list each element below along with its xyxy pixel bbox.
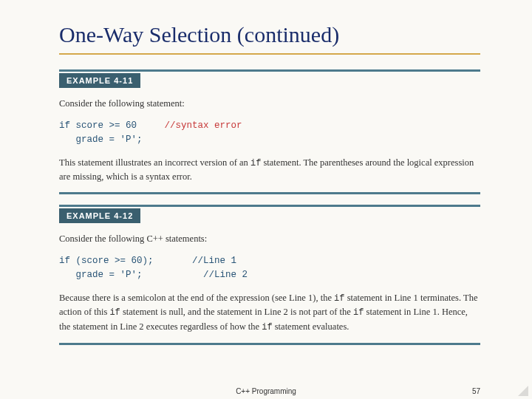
- page-corner-icon: [518, 386, 528, 396]
- inline-if: if: [353, 307, 364, 318]
- inline-if: if: [109, 307, 120, 318]
- footer-title: C++ Programming: [236, 387, 296, 395]
- example-4-11: EXAMPLE 4-11 Consider the following stat…: [59, 69, 480, 194]
- code-body: grade = 'P';: [59, 134, 143, 145]
- example-bottom-rule: [59, 343, 480, 345]
- code-cond: (score >= 60);: [70, 256, 154, 266]
- syntax-error-comment: //syntax error: [165, 120, 242, 131]
- inline-if: if: [262, 322, 272, 332]
- example-label: EXAMPLE 4-11: [59, 73, 140, 88]
- line2-comment: //Line 2: [203, 270, 248, 280]
- explain-text-2: Because there is a semicolon at the end …: [59, 291, 480, 334]
- inline-if: if: [250, 158, 261, 168]
- example-bottom-rule: [59, 192, 480, 194]
- intro-text: Consider the following statement:: [59, 97, 480, 110]
- code-block-2: if (score >= 60); //Line 1 grade = 'P'; …: [59, 254, 480, 282]
- keyword-if: if: [59, 256, 70, 266]
- page-number: 57: [472, 387, 480, 395]
- example-rule: [59, 205, 480, 207]
- line1-comment: //Line 1: [192, 256, 236, 266]
- code-block-1: if score >= 60 //syntax error grade = 'P…: [59, 119, 480, 147]
- intro-text: Consider the following C++ statements:: [59, 232, 480, 245]
- example-4-12: EXAMPLE 4-12 Consider the following C++ …: [59, 205, 480, 345]
- inline-if: if: [334, 293, 344, 304]
- example-rule: [59, 69, 480, 72]
- example-label: EXAMPLE 4-12: [59, 208, 140, 223]
- explain-text: This statement illustrates an incorrect …: [59, 156, 480, 184]
- code-cond: score >= 60: [70, 120, 137, 131]
- page-title: One-Way Selection (continued): [59, 22, 480, 47]
- title-underline: [59, 53, 480, 55]
- code-body: grade = 'P';: [59, 270, 143, 280]
- keyword-if: if: [59, 120, 70, 131]
- slide-content: One-Way Selection (continued) EXAMPLE 4-…: [0, 0, 532, 345]
